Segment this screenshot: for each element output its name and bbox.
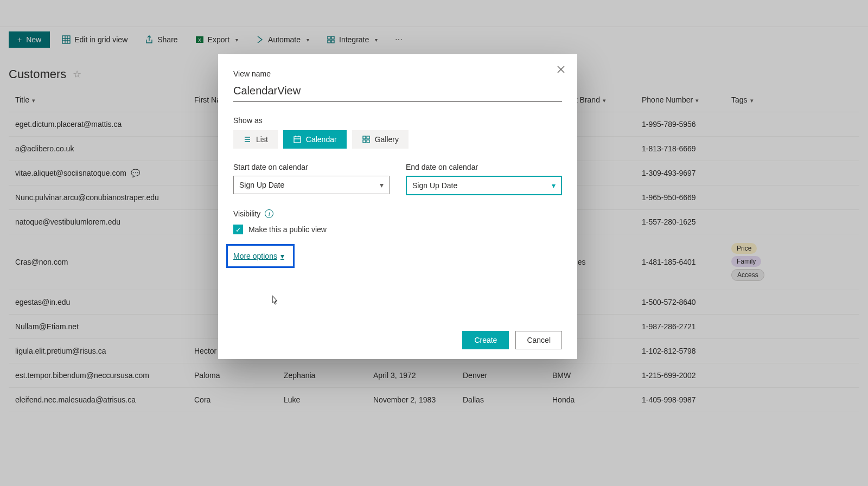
svg-rect-22 [363, 140, 366, 143]
end-date-dropdown[interactable]: Sign Up Date ▾ [406, 176, 562, 195]
gallery-icon [362, 135, 371, 144]
view-name-input[interactable] [233, 81, 562, 102]
start-date-value: Sign Up Date [239, 181, 284, 189]
show-as-calendar-button[interactable]: Calendar [283, 130, 347, 149]
create-view-dialog: View name Show as List Calendar Gallery … [218, 54, 577, 359]
chevron-down-icon: ▾ [280, 252, 284, 260]
end-date-label: End date on calendar [406, 163, 562, 171]
view-name-label: View name [233, 69, 562, 78]
info-icon[interactable]: i [265, 209, 273, 218]
end-date-value: Sign Up Date [412, 181, 457, 190]
svg-rect-20 [363, 136, 366, 139]
highlight-frame: More options ▾ [226, 244, 295, 268]
show-as-list-button[interactable]: List [233, 130, 278, 149]
start-date-dropdown[interactable]: Sign Up Date ▾ [233, 176, 390, 194]
show-as-gallery-label: Gallery [375, 135, 399, 144]
checkmark-icon: ✓ [235, 226, 241, 234]
create-button[interactable]: Create [462, 331, 509, 349]
start-date-label: Start date on calendar [233, 163, 390, 171]
show-as-list-label: List [256, 135, 268, 144]
more-options-link[interactable]: More options ▾ [233, 252, 284, 260]
cancel-button[interactable]: Cancel [515, 331, 562, 349]
visibility-label: Visibility [233, 209, 260, 218]
chevron-down-icon: ▾ [552, 181, 556, 190]
list-icon [243, 135, 252, 144]
cancel-button-label: Cancel [527, 336, 551, 344]
close-icon [557, 66, 565, 73]
public-view-checkbox[interactable]: ✓ [233, 225, 243, 234]
svg-rect-23 [367, 140, 369, 143]
show-as-label: Show as [233, 116, 562, 125]
show-as-calendar-label: Calendar [306, 135, 337, 144]
create-button-label: Create [474, 336, 497, 344]
calendar-icon [293, 135, 302, 144]
chevron-down-icon: ▾ [380, 181, 384, 189]
close-button[interactable] [552, 61, 570, 78]
show-as-gallery-button[interactable]: Gallery [352, 130, 409, 149]
public-view-label: Make this a public view [248, 225, 327, 234]
more-options-label: More options [233, 252, 277, 260]
svg-rect-21 [367, 136, 369, 139]
svg-rect-16 [294, 137, 301, 143]
